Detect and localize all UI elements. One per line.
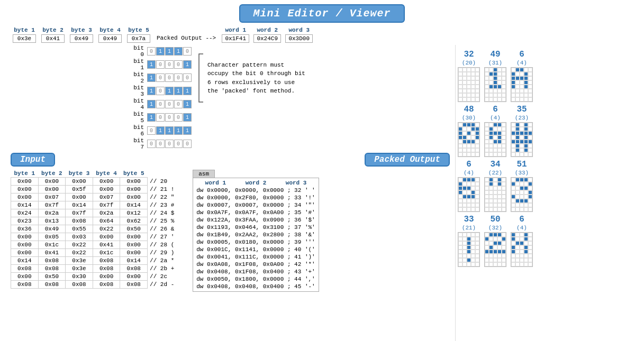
bit-cell-5-4: 1	[183, 113, 192, 122]
pixel-2-0-4	[475, 178, 479, 182]
input-cell-10-0: 0x14	[11, 257, 39, 265]
pixel-11-7-0	[511, 262, 515, 266]
pixel-3-2-0	[458, 241, 462, 245]
input-cell-8-3: 0x41	[93, 241, 120, 249]
input-cell-1-5: // 21 !	[148, 186, 177, 193]
pixel-9-1-0	[511, 127, 515, 131]
pixel-0-3-0	[458, 80, 462, 85]
pixel-11-5-4	[528, 254, 532, 258]
pixel-4-6-1	[489, 93, 493, 97]
pixel-11-1-0	[511, 237, 515, 241]
pixel-7-5-3	[497, 254, 502, 258]
input-cell-10-1: 0x08	[38, 257, 66, 265]
char-preview-7: 50(32)	[484, 215, 506, 267]
input-cell-4-4: 0x12	[120, 209, 148, 217]
pixel-9-1-4	[528, 127, 532, 131]
annotation-area: Character pattern must occupy the bit 0 …	[197, 53, 305, 103]
pixel-2-1-3	[471, 182, 475, 186]
bit-cells-2: 10000	[147, 73, 192, 82]
bit-cell-5-0: 1	[147, 113, 156, 122]
pixel-5-1-4	[502, 127, 506, 131]
input-cell-0-1: 0x00	[38, 178, 66, 186]
char-preview-10: 51(33)	[511, 160, 533, 212]
word-col-1: word 1 0x1F41	[220, 27, 251, 43]
pixel-9-7-1	[515, 152, 520, 156]
pixel-5-2-2	[493, 131, 497, 135]
bit-cells-1: 10001	[147, 60, 192, 69]
char-preview-2: 6(4)	[458, 160, 480, 212]
pixel-1-6-2	[467, 148, 471, 152]
pixel-3-2-2	[467, 241, 471, 245]
pixel-1-3-0	[458, 135, 462, 140]
char-preview-9: 35(23)	[511, 105, 533, 157]
pixel-3-4-2	[467, 250, 471, 254]
pixel-3-0-3	[471, 233, 475, 237]
pixel-10-3-3	[524, 190, 528, 195]
pixel-2-3-4	[475, 190, 479, 195]
pixel-11-6-1	[515, 258, 520, 262]
input-cell-2-4: 0x00	[120, 193, 148, 201]
pixel-8-0-0	[511, 68, 515, 72]
byte-value-3: 0x49	[70, 34, 93, 43]
pixel-5-3-3	[497, 135, 502, 140]
pixel-6-1-0	[485, 182, 489, 186]
input-cell-3-5: // 23 #	[148, 201, 177, 209]
pixel-5-0-1	[489, 123, 493, 127]
pixel-6-1-4	[502, 182, 506, 186]
pixel-4-1-1	[489, 72, 493, 76]
pixel-0-0-1	[462, 68, 467, 72]
pixel-7-5-1	[489, 254, 493, 258]
pixel-6-5-4	[502, 199, 506, 203]
pixel-10-3-4	[528, 190, 532, 195]
pixel-11-0-4	[528, 233, 532, 237]
app-container: Mini Editor / Viewer byte 1 0x3e byte 2 …	[0, 0, 644, 341]
word-value-3: 0x3D00	[285, 34, 313, 43]
pixel-11-3-2	[520, 245, 524, 250]
pixel-4-0-4	[502, 68, 506, 72]
input-cell-0-5: // 20	[148, 178, 177, 186]
char-number-3: 33	[464, 215, 474, 224]
bit-label-5: bit 5	[127, 111, 147, 124]
char-preview-11: 6(4)	[511, 215, 533, 267]
pixel-5-7-1	[489, 152, 493, 156]
pixel-8-1-3	[524, 72, 528, 76]
pixel-1-2-4	[475, 131, 479, 135]
pixel-3-5-0	[458, 254, 462, 258]
pixel-6-4-4	[502, 195, 506, 199]
packed-output-wrap: asm word 1word 2word 3 dw 0x0000, 0x0000…	[193, 170, 319, 292]
input-cell-11-5: // 2b +	[148, 265, 177, 273]
pixel-2-0-0	[458, 178, 462, 182]
pixel-6-4-0	[485, 195, 489, 199]
pixel-2-3-2	[467, 190, 471, 195]
pixel-11-6-2	[520, 258, 524, 262]
pixel-2-4-4	[475, 195, 479, 199]
pixel-7-1-0	[485, 237, 489, 241]
pixel-9-5-4	[528, 144, 532, 148]
pixel-3-5-3	[471, 254, 475, 258]
pixel-11-4-0	[511, 250, 515, 254]
pixel-2-4-0	[458, 195, 462, 199]
pixel-10-7-4	[528, 207, 532, 211]
pixel-9-6-3	[524, 148, 528, 152]
pixel-3-2-1	[462, 241, 467, 245]
byte-headers: byte 1 0x3e byte 2 0x41 byte 3 0x49 byte…	[11, 27, 152, 43]
input-cell-9-5: // 29 )	[148, 249, 177, 257]
pixel-0-1-2	[467, 72, 471, 76]
pixel-3-7-3	[471, 262, 475, 266]
pixel-6-3-3	[497, 190, 502, 195]
pixel-8-5-1	[515, 89, 520, 93]
word-value-2: 0x24C9	[253, 34, 281, 43]
table-row: 0x000x410x220x1c0x00// 29 )	[11, 249, 177, 257]
list-item: dw 0x001C, 0x1141, 0x0000 ; 40 '('	[195, 246, 316, 253]
bit-label-3: bit 3	[127, 85, 147, 97]
pixel-0-3-4	[475, 80, 479, 85]
char-sub-2: (4)	[464, 170, 474, 176]
pixel-8-3-3	[524, 80, 528, 85]
packed-row-5: dw 0x1193, 0x0464, 0x3100 ; 37 '%'	[195, 224, 316, 231]
pixel-8-4-0	[511, 85, 515, 89]
input-cell-0-0: 0x00	[11, 178, 39, 186]
pixel-9-6-0	[511, 148, 515, 152]
pixel-3-7-4	[475, 262, 479, 266]
byte-value-5: 0x7a	[127, 34, 150, 43]
pixel-6-6-0	[485, 203, 489, 207]
